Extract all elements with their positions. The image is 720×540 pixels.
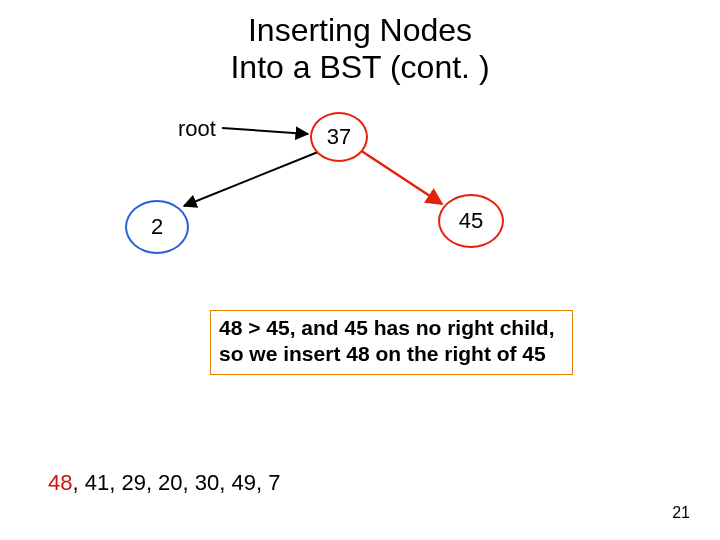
tree-node-37: 37 [310,112,368,162]
sequence-remaining: , 41, 29, 20, 30, 49, 7 [72,470,280,495]
edge-37-45 [360,150,442,204]
page-title: Inserting Nodes Into a BST (cont. ) [0,12,720,86]
sequence-current: 48 [48,470,72,495]
title-line-2: Into a BST (cont. ) [230,49,489,85]
tree-node-2: 2 [125,200,189,254]
root-label: root [178,116,216,142]
node-value: 2 [151,214,163,240]
node-value: 45 [459,208,483,234]
insert-sequence: 48, 41, 29, 20, 30, 49, 7 [48,470,280,496]
title-line-1: Inserting Nodes [248,12,472,48]
node-value: 37 [327,124,351,150]
page-number: 21 [672,504,690,522]
edge-root-37 [222,128,308,134]
edge-37-2 [184,152,318,206]
explanation-box: 48 > 45, and 45 has no right child, so w… [210,310,573,375]
explanation-text: 48 > 45, and 45 has no right child, so w… [219,316,555,365]
tree-node-45: 45 [438,194,504,248]
